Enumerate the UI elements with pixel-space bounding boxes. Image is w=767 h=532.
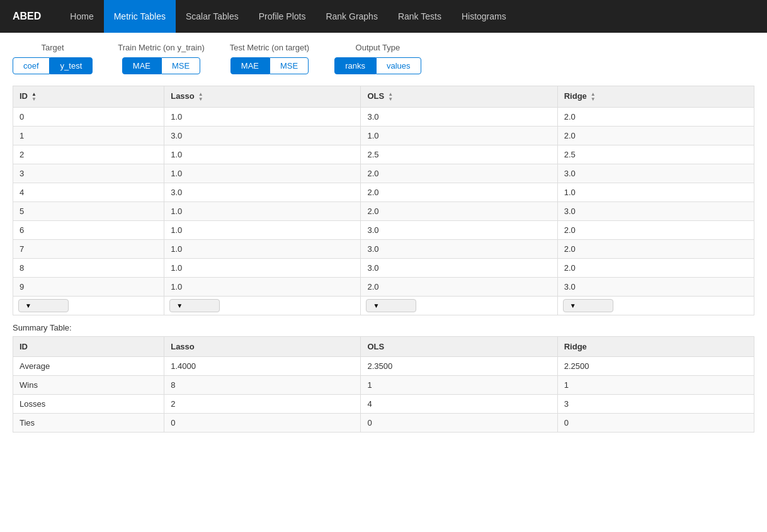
nav-item-rank-graphs[interactable]: Rank Graphs — [315, 0, 387, 33]
cell-ols: 2.0 — [361, 164, 557, 183]
summary-cell-lasso: 1.4000 — [164, 356, 361, 375]
train-metric-label: Train Metric (on y_train) — [118, 43, 205, 52]
train-metric-btn-group-mae[interactable]: MAE — [122, 57, 161, 74]
summary-col-header-ridge: Ridge — [557, 336, 754, 356]
main-table: ID▲▼Lasso▲▼OLS▲▼Ridge▲▼ 01.03.02.013.01.… — [13, 86, 754, 315]
dropdown-btn-id[interactable]: ▼ — [18, 299, 69, 312]
cell-lasso: 1.0 — [164, 145, 361, 164]
summary-cell-ols: 1 — [361, 375, 557, 394]
cell-ols: 3.0 — [361, 107, 557, 126]
cell-ridge: 2.5 — [557, 145, 754, 164]
summary-table-row: Ties000 — [13, 413, 754, 432]
summary-table-body: Average1.40002.35002.2500Wins811Losses24… — [13, 356, 754, 432]
cell-ols: 2.0 — [361, 277, 557, 296]
nav-item-scalar-tables[interactable]: Scalar Tables — [176, 0, 249, 33]
train-metric-btn-group-mse[interactable]: MSE — [161, 57, 200, 74]
cell-id: 3 — [13, 164, 164, 183]
sort-icon-lasso: ▲▼ — [198, 92, 203, 102]
test-metric-label: Test Metric (on target) — [230, 43, 309, 52]
output-type-btn-group: ranksvalues — [334, 57, 421, 74]
target-btn-group: coefy_test — [13, 57, 93, 74]
summary-cell-ols: 2.3500 — [361, 356, 557, 375]
dropdown-cell-lasso: ▼ — [164, 296, 361, 315]
table-row: 13.01.02.0 — [13, 126, 754, 145]
nav-item-metric-tables[interactable]: Metric Tables — [104, 0, 176, 33]
cell-lasso: 3.0 — [164, 183, 361, 201]
test-metric-control: Test Metric (on target) MAEMSE — [230, 43, 309, 74]
dropdown-row: ▼▼▼▼ — [13, 296, 754, 315]
output-type-btn-group-values[interactable]: values — [376, 57, 421, 74]
summary-cell-ridge: 3 — [557, 394, 754, 413]
target-btn-group-coef[interactable]: coef — [13, 57, 50, 74]
cell-ridge: 3.0 — [557, 201, 754, 220]
summary-cell-lasso: 2 — [164, 394, 361, 413]
table-row: 91.02.03.0 — [13, 277, 754, 296]
cell-ols: 3.0 — [361, 258, 557, 277]
target-btn-group-y_test[interactable]: y_test — [50, 57, 93, 74]
main-table-body: 01.03.02.013.01.02.021.02.52.531.02.03.0… — [13, 107, 754, 315]
cell-ridge: 2.0 — [557, 107, 754, 126]
summary-cell-ols: 4 — [361, 394, 557, 413]
cell-ridge: 2.0 — [557, 239, 754, 258]
table-row: 31.02.03.0 — [13, 164, 754, 183]
test-metric-btn-group-mae[interactable]: MAE — [230, 57, 270, 74]
navbar: ABED HomeMetric TablesScalar TablesProfi… — [0, 0, 767, 33]
output-type-label: Output Type — [356, 43, 401, 52]
summary-table-row: Losses243 — [13, 394, 754, 413]
summary-cell-lasso: 0 — [164, 413, 361, 432]
table-row: 43.02.01.0 — [13, 183, 754, 201]
nav-item-rank-tests[interactable]: Rank Tests — [388, 0, 452, 33]
table-row: 81.03.02.0 — [13, 258, 754, 277]
summary-cell-ridge: 1 — [557, 375, 754, 394]
cell-lasso: 1.0 — [164, 201, 361, 220]
summary-cell-id: Losses — [13, 394, 164, 413]
summary-table-header-row: IDLassoOLSRidge — [13, 336, 754, 356]
summary-cell-lasso: 8 — [164, 375, 361, 394]
summary-cell-id: Average — [13, 356, 164, 375]
cell-ridge: 2.0 — [557, 126, 754, 145]
train-metric-control: Train Metric (on y_train) MAEMSE — [118, 43, 205, 74]
cell-lasso: 1.0 — [164, 239, 361, 258]
summary-col-header-ols: OLS — [361, 336, 557, 356]
summary-label: Summary Table: — [0, 315, 767, 336]
test-metric-btn-group-mse[interactable]: MSE — [270, 57, 309, 74]
main-col-header-lasso[interactable]: Lasso▲▼ — [164, 86, 361, 108]
summary-table-container: IDLassoOLSRidge Average1.40002.35002.250… — [0, 336, 767, 433]
cell-lasso: 1.0 — [164, 107, 361, 126]
sort-icon-ols: ▲▼ — [388, 92, 393, 102]
target-control: Target coefy_test — [13, 43, 93, 74]
main-col-header-ridge[interactable]: Ridge▲▼ — [557, 86, 754, 108]
main-col-header-ols[interactable]: OLS▲▼ — [361, 86, 557, 108]
nav-items: HomeMetric TablesScalar TablesProfile Pl… — [60, 0, 516, 33]
summary-cell-id: Ties — [13, 413, 164, 432]
dropdown-cell-id: ▼ — [13, 296, 164, 315]
cell-ols: 2.0 — [361, 201, 557, 220]
cell-lasso: 1.0 — [164, 164, 361, 183]
cell-ridge: 1.0 — [557, 183, 754, 201]
table-row: 21.02.52.5 — [13, 145, 754, 164]
target-label: Target — [42, 43, 64, 52]
cell-id: 5 — [13, 201, 164, 220]
dropdown-btn-lasso[interactable]: ▼ — [169, 299, 220, 312]
nav-item-profile-plots[interactable]: Profile Plots — [249, 0, 316, 33]
cell-id: 6 — [13, 220, 164, 239]
cell-lasso: 1.0 — [164, 220, 361, 239]
nav-item-home[interactable]: Home — [60, 0, 103, 33]
cell-id: 8 — [13, 258, 164, 277]
cell-id: 0 — [13, 107, 164, 126]
test-metric-btn-group: MAEMSE — [230, 57, 309, 74]
main-col-header-id[interactable]: ID▲▼ — [13, 86, 164, 108]
main-table-container: ID▲▼Lasso▲▼OLS▲▼Ridge▲▼ 01.03.02.013.01.… — [0, 86, 767, 315]
brand: ABED — [6, 11, 47, 22]
cell-lasso: 3.0 — [164, 126, 361, 145]
output-type-btn-group-ranks[interactable]: ranks — [334, 57, 376, 74]
dropdown-btn-ridge[interactable]: ▼ — [563, 299, 613, 312]
cell-id: 1 — [13, 126, 164, 145]
table-row: 61.03.02.0 — [13, 220, 754, 239]
nav-item-histograms[interactable]: Histograms — [452, 0, 516, 33]
cell-ridge: 2.0 — [557, 258, 754, 277]
dropdown-btn-ols[interactable]: ▼ — [366, 299, 416, 312]
summary-cell-id: Wins — [13, 375, 164, 394]
table-row: 51.02.03.0 — [13, 201, 754, 220]
main-table-header-row: ID▲▼Lasso▲▼OLS▲▼Ridge▲▼ — [13, 86, 754, 108]
